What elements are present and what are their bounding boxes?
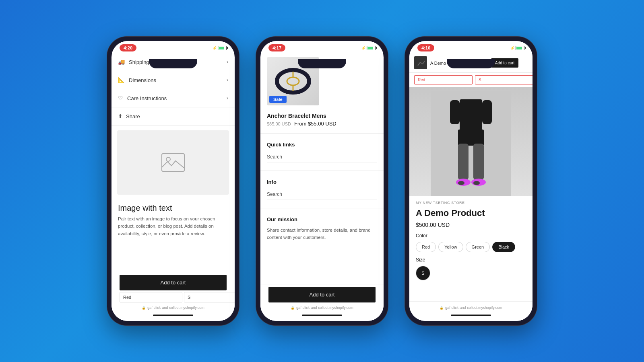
size-options: S: [409, 266, 533, 285]
phone-3: 4:16 ···· ⚡: [405, 36, 537, 326]
sticky-variant-row: [409, 73, 533, 87]
sticky-thumb-img: [415, 57, 427, 69]
battery-lightning-3: ⚡: [510, 46, 515, 50]
size-btn-s[interactable]: S: [416, 266, 430, 280]
status-right-2: ···· ⚡: [353, 46, 376, 50]
color-btn-black[interactable]: Black: [492, 242, 515, 252]
sticky-size-input[interactable]: [475, 75, 533, 84]
battery-bar-3: [516, 46, 524, 50]
url-bar-3: 🔒 gaf-click-and-collect.myshopify.com: [417, 304, 524, 311]
svg-point-3: [287, 77, 299, 85]
status-bar-1: 4:20 ···· ⚡: [111, 41, 235, 53]
battery-3: ⚡: [510, 46, 524, 50]
url-bar-2: 🔒 gaf-click-and-collect.myshopify.com: [268, 304, 376, 311]
accordion-left-dimensions: 📐 Dimensions: [118, 77, 156, 83]
divider-3: [260, 208, 384, 208]
status-bar-3: 4:16 ···· ⚡: [409, 41, 533, 53]
color-input-1[interactable]: [120, 292, 182, 302]
signal-dots-2: ····: [353, 46, 359, 50]
phone-1-content: 🚚 Shipping & Returns › 📐 Dimensions › ♡ …: [111, 53, 235, 272]
phone-3-bottom: 🔒 gaf-click-and-collect.myshopify.com: [409, 301, 533, 321]
product-title-2: Anchor Bracelet Mens: [260, 109, 384, 121]
sticky-color-input[interactable]: [414, 75, 473, 84]
signal-dots-3: ····: [502, 46, 508, 50]
svg-rect-12: [450, 100, 460, 124]
notch-2: [298, 59, 346, 68]
battery-fill-3: [516, 47, 522, 49]
battery-bar-2: [367, 46, 376, 50]
accordion-dimensions[interactable]: 📐 Dimensions ›: [111, 71, 235, 89]
mission-body: Share contact information, store details…: [267, 226, 377, 241]
ruler-icon: 📐: [118, 77, 125, 83]
heart-icon: ♡: [118, 95, 123, 101]
original-price-2: $85.00 USD: [267, 121, 291, 126]
price-row-2: $85.00 USD From $55.00 USD: [260, 121, 384, 130]
battery-1: ⚡: [212, 46, 227, 50]
lock-icon-3: 🔒: [440, 306, 444, 310]
truck-icon: 🚚: [118, 59, 125, 65]
share-icon: ⬆: [118, 113, 123, 119]
quick-links-search[interactable]: Search: [267, 152, 377, 162]
sticky-thumb: [414, 56, 427, 69]
product-hero-image: [409, 87, 533, 196]
demo-product-title: A Demo Product: [409, 206, 533, 222]
phone-2: 4:17 ···· ⚡: [256, 36, 388, 326]
svg-rect-11: [460, 99, 482, 132]
accordion-care[interactable]: ♡ Care Instructions ›: [111, 89, 235, 107]
color-options: Red Yellow Green Black: [409, 242, 533, 257]
add-to-cart-btn-2[interactable]: Add to cart: [268, 287, 376, 302]
add-to-cart-btn-1[interactable]: Add to cart: [120, 275, 227, 290]
url-bar-1: 🔒 gaf-click-and-collect.myshopify.com: [120, 304, 227, 311]
mission-title: Our mission: [267, 216, 377, 222]
phone-1: 4:20 ···· ⚡ 🚚 Shipping & Returns: [107, 36, 239, 326]
image-with-text-body: Pair text with an image to focus on your…: [111, 215, 235, 244]
color-btn-green[interactable]: Green: [466, 242, 490, 252]
accordion-left-care: ♡ Care Instructions: [118, 95, 167, 101]
phone-2-content: Sale Anchor Bracelet Mens $85.00 USD Fro…: [260, 53, 384, 284]
time-3: 4:16: [417, 44, 434, 51]
share-row[interactable]: ⬆ Share: [111, 107, 235, 125]
size-label: Size: [409, 257, 533, 266]
size-input-1[interactable]: [184, 292, 235, 302]
status-right-3: ···· ⚡: [502, 46, 524, 50]
phone-2-bottom: Add to cart 🔒 gaf-click-and-collect.mysh…: [260, 284, 384, 321]
phone-1-bottom: Add to cart 🔒 gaf-click-and-collect.mysh…: [111, 272, 235, 321]
sticky-add-to-cart[interactable]: Add to cart: [491, 58, 518, 68]
notch-1: [149, 59, 197, 68]
status-bar-2: 4:17 ···· ⚡: [260, 41, 384, 53]
svg-point-18: [458, 181, 464, 185]
info-title: Info: [267, 179, 377, 185]
info-section: Info Search: [260, 174, 384, 205]
chevron-care: ›: [227, 95, 228, 101]
image-with-text-title: Image with text: [111, 200, 235, 215]
sale-price-2: From $55.00 USD: [294, 121, 336, 127]
battery-fill-2: [367, 47, 373, 49]
status-right-1: ···· ⚡: [204, 46, 227, 50]
signal-dots-1: ····: [204, 46, 210, 50]
sale-badge: Sale: [269, 96, 287, 103]
store-name: MY NEW TSETING STORE: [409, 196, 533, 206]
svg-rect-0: [162, 154, 184, 171]
divider-2: [260, 171, 384, 171]
svg-point-1: [166, 157, 170, 161]
chevron-dimensions: ›: [227, 77, 228, 83]
svg-rect-13: [482, 100, 492, 124]
chevron-shipping: ›: [227, 59, 228, 65]
person-legs-svg: [431, 91, 511, 196]
info-search[interactable]: Search: [267, 189, 377, 200]
home-indicator-2: [302, 315, 342, 316]
image-placeholder: [117, 130, 229, 195]
quick-links-title: Quick links: [267, 142, 377, 148]
svg-rect-14: [458, 130, 484, 146]
battery-lightning-2: ⚡: [361, 46, 366, 50]
color-btn-yellow[interactable]: Yellow: [438, 242, 463, 252]
color-btn-red[interactable]: Red: [416, 242, 436, 252]
notch-3: [447, 59, 495, 68]
divider-1: [260, 133, 384, 134]
time-2: 4:17: [268, 44, 285, 51]
battery-bar-1: [218, 46, 227, 50]
svg-point-20: [473, 181, 480, 185]
placeholder-svg: [161, 153, 185, 172]
battery-2: ⚡: [361, 46, 376, 50]
lock-icon-1: 🔒: [142, 306, 146, 310]
